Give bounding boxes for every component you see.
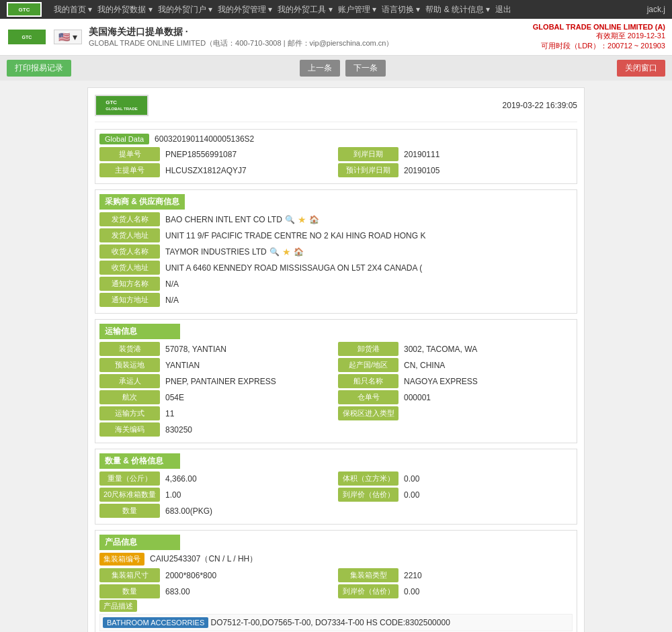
customs-label: 海关编码 (99, 422, 160, 437)
basic-info-section: Global Data 60032019011400005136S2 提单号 P… (95, 129, 577, 184)
global-data-row: Global Data 60032019011400005136S2 (99, 134, 573, 144)
search-icon[interactable]: 🔍 (285, 215, 295, 224)
product-desc-text: DO7512-T-00,DO7565-T-00, DO7334-T-00 HS … (211, 618, 450, 627)
ftz-field: 保税区进入类型 (338, 406, 573, 420)
nav-logout[interactable]: 退出 (495, 4, 511, 15)
consignee-addr-value: UNIT A 6460 KENNEDY ROAD MISSISSAUGA ON … (160, 263, 422, 273)
bill-no-label: 提单号 (99, 147, 160, 161)
transport-header: 运输信息 (99, 324, 180, 339)
nav-data[interactable]: 我的外贸数据 ▾ (97, 4, 152, 15)
print-button[interactable]: 打印报易记录 (7, 60, 71, 77)
bill-no-value: PNEP18556991087 (160, 150, 237, 159)
voyage-value: 054E (160, 393, 184, 402)
notify-addr-value: N/A (160, 296, 179, 305)
buyer-supplier-header: 采购商 & 供应商信息 (99, 194, 185, 210)
arrival-date-label: 到岸日期 (338, 147, 398, 161)
volume-field: 体积（立方米） 0.00 (338, 471, 573, 486)
master-bill-value: HLCUSZX1812AQYJ7 (160, 166, 247, 175)
origin-label: 起产国/地区 (338, 358, 398, 372)
bill-no-field: 提单号 PNEP18556991087 (99, 147, 334, 161)
nav-buttons: 上一条 下一条 (300, 60, 388, 77)
product-qty-value: 683.00 (160, 587, 190, 596)
shipper-addr-value: UNIT 11 9/F PACIFIC TRADE CENTRE NO 2 KA… (160, 231, 425, 240)
global-data-label: Global Data (99, 134, 149, 144)
weight-row: 重量（公斤） 4,366.00 体积（立方米） 0.00 (99, 471, 573, 486)
carrier-value: PNEP, PANTAINER EXPRESS (160, 377, 276, 386)
action-bar: 打印报易记录 上一条 下一条 关闭窗口 (0, 56, 672, 81)
customs-value: 830250 (160, 425, 192, 435)
customs-row: 海关编码 830250 (99, 422, 573, 437)
discharge-port-value: 3002, TACOMA, WA (398, 345, 477, 354)
product-landed-field: 到岸价（估价） 0.00 (338, 584, 573, 598)
container-size-label: 集装箱尺寸 (99, 568, 160, 582)
home-icon-2[interactable]: 🏠 (294, 247, 304, 257)
next-button[interactable]: 下一条 (345, 60, 386, 77)
nav-portal[interactable]: 我的外贸门户 ▾ (158, 4, 212, 15)
nav-home[interactable]: 我的首页 ▾ (54, 4, 92, 15)
consignee-name-value: TAYMOR INDUSTRIES LTD (160, 247, 267, 257)
volume-label: 体积（立方米） (338, 471, 398, 486)
prev-button[interactable]: 上一条 (300, 60, 340, 77)
home-icon[interactable]: 🏠 (309, 215, 319, 224)
nav-logo: GTC (7, 2, 47, 17)
volume-value: 0.00 (398, 474, 419, 484)
inbond-field: 仓单号 000001 (338, 390, 573, 404)
arrival-date-field: 到岸日期 20190111 (338, 147, 573, 161)
quantity-row: 数量 683.00(PKG) (99, 504, 573, 518)
nav-account[interactable]: 账户管理 ▾ (338, 4, 376, 15)
shipper-name-row: 发货人名称 BAO CHERN INTL ENT CO LTD 🔍 ★ 🏠 (99, 212, 573, 226)
carrier-label: 承运人 (99, 374, 160, 388)
star-icon[interactable]: ★ (298, 214, 306, 225)
vessel-value: NAGOYA EXPRESS (398, 377, 478, 386)
voyage-field: 航次 054E (99, 390, 334, 404)
nav-language[interactable]: 语言切换 ▾ (382, 4, 420, 15)
flag-selector[interactable]: 🇺🇸 ▾ (54, 30, 82, 44)
buyer-supplier-section: 采购商 & 供应商信息 发货人名称 BAO CHERN INTL ENT CO … (95, 189, 577, 314)
star-icon-2[interactable]: ★ (282, 246, 291, 257)
main-content: GTCGLOBAL TRADE 2019-03-22 16:39:05 Glob… (0, 81, 672, 632)
nav-help[interactable]: 帮助 & 统计信息 ▾ (425, 4, 490, 15)
quantity-value: 683.00(PKG) (160, 506, 212, 516)
container-no-value: CAIU2543307（CN / L / HH） (144, 553, 257, 565)
landed-price-label: 到岸价（估价） (338, 488, 398, 502)
twenty-ft-field: 20尺标准箱数量 1.00 (99, 488, 334, 502)
origin-value: CN, CHINA (398, 361, 445, 370)
master-bill-label: 主提单号 (99, 163, 160, 177)
vessel-field: 船只名称 NAGOYA EXPRESS (338, 374, 573, 388)
record-logo: GTCGLOBAL TRADE (95, 95, 149, 116)
twenty-ft-row: 20尺标准箱数量 1.00 到岸价（估价） 0.00 (99, 488, 573, 502)
close-button[interactable]: 关闭窗口 (617, 60, 665, 77)
header-title: 美国海关进口提单数据 · GLOBAL TRADE ONLINE LIMITED… (89, 26, 394, 48)
load-port-field: 装货港 57078, YANTIAN (99, 342, 334, 356)
record-timestamp: 2019-03-22 16:39:05 (503, 101, 577, 110)
logo-icon: GTC (7, 2, 42, 17)
quantity-label: 数量 (99, 504, 160, 518)
product-qty-field: 数量 683.00 (99, 584, 334, 598)
nav-tools[interactable]: 我的外贸工具 ▾ (278, 4, 332, 15)
product-landed-value: 0.00 (398, 587, 419, 596)
load-port-label: 装货港 (99, 342, 160, 356)
notify-name-row: 通知方名称 N/A (99, 277, 573, 291)
transport-mode-field: 运输方式 11 (99, 406, 334, 420)
inbond-value: 000001 (398, 393, 431, 402)
discharge-port-label: 卸货港 (338, 342, 398, 356)
carrier-field: 承运人 PNEP, PANTAINER EXPRESS (99, 374, 334, 388)
search-icon-2[interactable]: 🔍 (269, 247, 280, 257)
header-logo: GTC (7, 28, 47, 46)
load-port-value: 57078, YANTIAN (160, 345, 226, 354)
pre-transport-field: 预装运地 YANTIAN (99, 358, 334, 372)
twenty-ft-value: 1.00 (160, 490, 181, 500)
notify-name-label: 通知方名称 (99, 277, 160, 291)
product-qty-label: 数量 (99, 584, 160, 598)
discharge-port-field: 卸货港 3002, TACOMA, WA (338, 342, 573, 356)
quantity-section: 数量 & 价格信息 重量（公斤） 4,366.00 体积（立方米） 0.00 2… (95, 449, 577, 525)
pre-transport-value: YANTIAN (160, 361, 200, 370)
product-desc-value: BATHROOM ACCESORRIES DO7512-T-00,DO7565-… (99, 614, 573, 631)
user-info: jack.j (647, 5, 665, 14)
notify-addr-label: 通知方地址 (99, 293, 160, 307)
nav-manage[interactable]: 我的外贸管理 ▾ (218, 4, 272, 15)
consignee-addr-label: 收货人地址 (99, 261, 160, 275)
consignee-name-row: 收货人名称 TAYMOR INDUSTRIES LTD 🔍 ★ 🏠 (99, 244, 573, 259)
twenty-ft-label: 20尺标准箱数量 (99, 488, 160, 502)
header-left: GTC 🇺🇸 ▾ 美国海关进口提单数据 · GLOBAL TRADE ONLIN… (7, 26, 393, 48)
